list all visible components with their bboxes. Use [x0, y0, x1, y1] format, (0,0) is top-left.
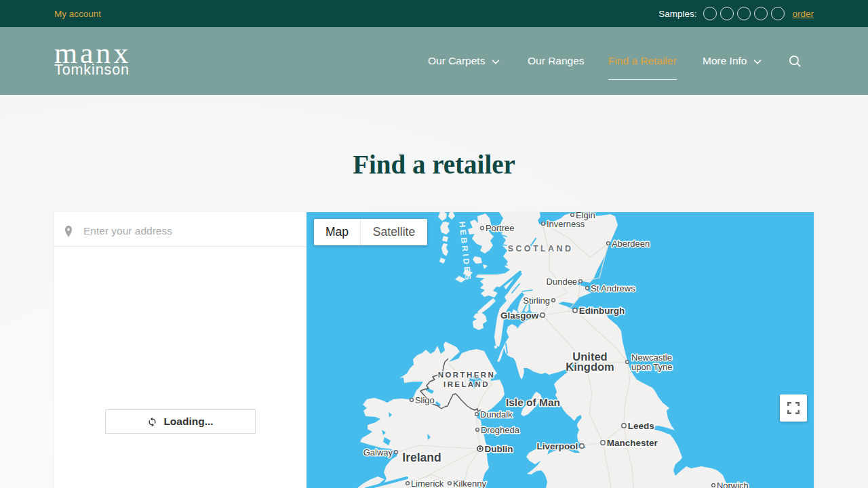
svg-text:Limerick: Limerick — [411, 479, 444, 488]
svg-text:IRELAND: IRELAND — [443, 380, 490, 388]
svg-text:Norwich: Norwich — [717, 481, 749, 488]
svg-text:Sligo: Sligo — [415, 395, 435, 405]
svg-text:upon Tyne: upon Tyne — [631, 362, 672, 372]
svg-text:Manchester: Manchester — [607, 438, 658, 448]
svg-text:Liverpool: Liverpool — [537, 441, 578, 451]
svg-text:Leeds: Leeds — [628, 421, 654, 431]
svg-text:Newcastle: Newcastle — [631, 352, 672, 363]
svg-text:SCOTLAND: SCOTLAND — [508, 244, 574, 253]
svg-text:Stirling: Stirling — [523, 296, 550, 306]
svg-text:NORTHERN: NORTHERN — [438, 371, 495, 379]
svg-text:Kingdom: Kingdom — [566, 361, 614, 373]
svg-text:Kilkenny: Kilkenny — [453, 479, 487, 488]
svg-text:Aberdeen: Aberdeen — [612, 239, 650, 249]
svg-text:Dublin: Dublin — [485, 444, 513, 454]
svg-text:Dundee: Dundee — [547, 277, 578, 287]
svg-text:Ireland: Ireland — [402, 451, 441, 464]
svg-text:St Andrews: St Andrews — [591, 283, 635, 293]
svg-text:Isle of Man: Isle of Man — [506, 396, 560, 408]
svg-text:Inverness: Inverness — [547, 219, 585, 229]
svg-text:Drogheda: Drogheda — [481, 425, 520, 435]
svg-text:Dundalk: Dundalk — [480, 409, 513, 420]
svg-text:Portree: Portree — [486, 223, 515, 233]
svg-text:Edinburgh: Edinburgh — [579, 306, 625, 316]
svg-text:Galway: Galway — [363, 447, 393, 458]
svg-text:Glasgow: Glasgow — [500, 310, 539, 321]
